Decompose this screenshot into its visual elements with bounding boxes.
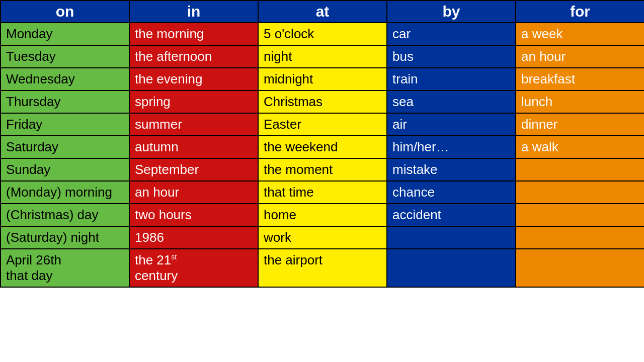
cell-at-row4: Easter: [258, 113, 387, 136]
cell-by-row10: [387, 249, 516, 287]
cell-by-row3: sea: [387, 90, 516, 113]
header-by: by: [387, 1, 516, 23]
cell-for-row3: lunch: [516, 90, 644, 113]
cell-by-row2: train: [387, 68, 516, 90]
cell-on-row3: Thursday: [1, 90, 129, 113]
header-at: at: [258, 1, 387, 23]
cell-for-row8: [516, 204, 644, 226]
cell-at-row0: 5 o'clock: [258, 23, 387, 45]
cell-by-row0: car: [387, 23, 516, 45]
cell-on-row2: Wednesday: [1, 68, 129, 90]
cell-on-row4: Friday: [1, 113, 129, 136]
cell-at-row5: the weekend: [258, 136, 387, 158]
cell-for-row9: [516, 226, 644, 249]
cell-in-row8: two hours: [129, 204, 258, 226]
cell-at-row9: work: [258, 226, 387, 249]
cell-at-row10: the airport: [258, 249, 387, 287]
cell-on-row7: (Monday) morning: [1, 181, 129, 204]
cell-by-row4: air: [387, 113, 516, 136]
cell-for-row1: an hour: [516, 45, 644, 68]
cell-at-row1: night: [258, 45, 387, 68]
header-for: for: [516, 1, 644, 23]
cell-on-row10: April 26ththat day: [1, 249, 129, 287]
header-in: in: [129, 1, 258, 23]
cell-on-row6: Sunday: [1, 158, 129, 181]
cell-for-row6: [516, 158, 644, 181]
cell-by-row5: him/her…: [387, 136, 516, 158]
cell-in-row0: the morning: [129, 23, 258, 45]
cell-in-row7: an hour: [129, 181, 258, 204]
cell-by-row7: chance: [387, 181, 516, 204]
cell-at-row7: that time: [258, 181, 387, 204]
cell-on-row0: Monday: [1, 23, 129, 45]
cell-by-row8: accident: [387, 204, 516, 226]
cell-in-row3: spring: [129, 90, 258, 113]
cell-on-row5: Saturday: [1, 136, 129, 158]
cell-at-row6: the moment: [258, 158, 387, 181]
cell-in-row4: summer: [129, 113, 258, 136]
cell-on-row1: Tuesday: [1, 45, 129, 68]
cell-in-row1: the afternoon: [129, 45, 258, 68]
cell-for-row4: dinner: [516, 113, 644, 136]
cell-in-row5: autumn: [129, 136, 258, 158]
cell-by-row9: [387, 226, 516, 249]
cell-for-row5: a walk: [516, 136, 644, 158]
cell-for-row0: a week: [516, 23, 644, 45]
cell-at-row3: Christmas: [258, 90, 387, 113]
cell-at-row8: home: [258, 204, 387, 226]
cell-in-row9: 1986: [129, 226, 258, 249]
cell-for-row7: [516, 181, 644, 204]
cell-by-row1: bus: [387, 45, 516, 68]
cell-in-row2: the evening: [129, 68, 258, 90]
cell-by-row6: mistake: [387, 158, 516, 181]
header-on: on: [1, 1, 129, 23]
cell-on-row9: (Saturday) night: [1, 226, 129, 249]
cell-at-row2: midnight: [258, 68, 387, 90]
cell-for-row10: [516, 249, 644, 287]
cell-in-row10: the 21stcentury: [129, 249, 258, 287]
cell-in-row6: September: [129, 158, 258, 181]
cell-for-row2: breakfast: [516, 68, 644, 90]
cell-on-row8: (Christmas) day: [1, 204, 129, 226]
